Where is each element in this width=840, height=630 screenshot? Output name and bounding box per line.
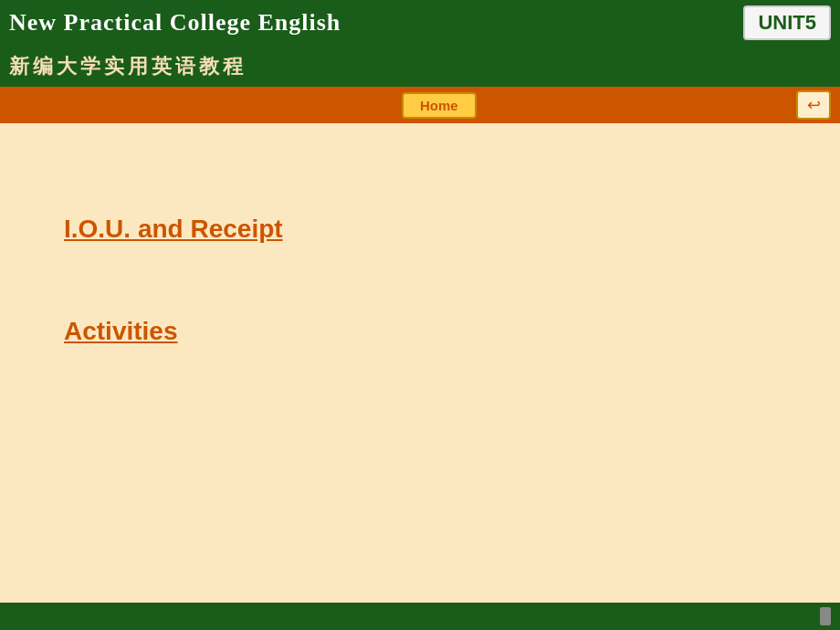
main-content: I.O.U. and Receipt Activities bbox=[0, 123, 840, 603]
footer-bar bbox=[0, 603, 840, 630]
back-icon: ↩ bbox=[807, 95, 821, 115]
unit-badge: UNIT5 bbox=[743, 5, 831, 40]
activities-link[interactable]: Activities bbox=[64, 317, 776, 346]
app-title-english: New Practical College English bbox=[9, 9, 341, 37]
header-second-bar: 新编大学实用英语教程 bbox=[0, 46, 840, 87]
scroll-indicator bbox=[820, 607, 831, 625]
nav-bar: Home ↩ bbox=[0, 87, 840, 123]
iou-receipt-link[interactable]: I.O.U. and Receipt bbox=[64, 215, 776, 244]
back-icon-button[interactable]: ↩ bbox=[796, 90, 831, 120]
header-top-bar: New Practical College English UNIT5 bbox=[0, 0, 840, 46]
app-title-chinese: 新编大学实用英语教程 bbox=[9, 53, 247, 80]
home-button[interactable]: Home bbox=[402, 92, 477, 119]
